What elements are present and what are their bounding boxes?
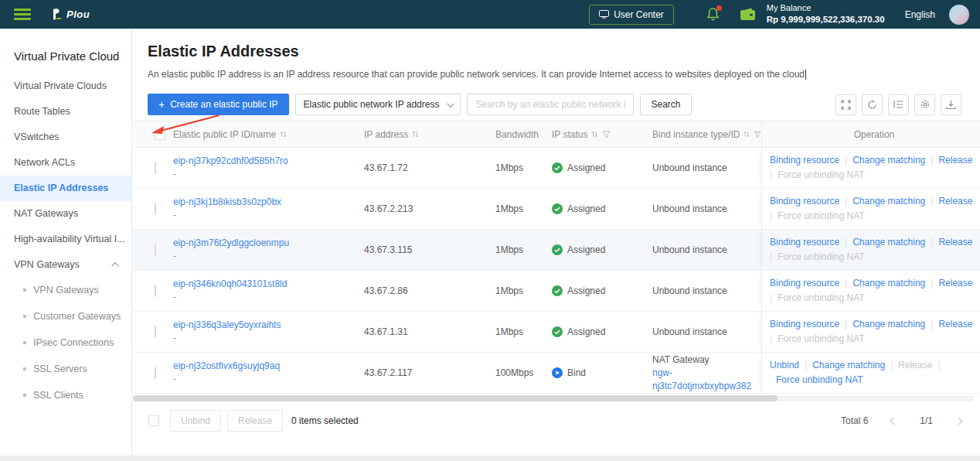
search-button[interactable]: Search (640, 94, 691, 115)
col-header-ip: IP address (364, 129, 408, 140)
op-force-unbinding-nat[interactable]: Force unbinding NAT (776, 374, 863, 385)
eip-id-link[interactable]: eip-nj336q3aley5oyxraihts (173, 319, 281, 330)
bind-instance-type: NAT Gateway (652, 353, 761, 367)
op-release[interactable]: Release (938, 319, 972, 330)
op-change-matching[interactable]: Change matching (812, 360, 885, 371)
bullet-icon (23, 289, 26, 292)
main-content: Elastic IP Addresses An elastic public I… (133, 29, 980, 456)
op-release[interactable]: Release (938, 278, 972, 289)
operation-cell: Unbind|Change matching|Release| Force un… (761, 353, 980, 393)
operation-cell: Binding resource|Change matching|Release… (761, 230, 980, 270)
eip-table: Elastic public IP ID/name IP address Ban… (133, 121, 980, 394)
horizontal-scrollbar-thumb[interactable] (133, 395, 778, 401)
language-selector[interactable]: English (905, 9, 935, 20)
avatar[interactable] (949, 5, 969, 25)
sidebar-subitem-customer-gateways[interactable]: Customer Gateways (0, 303, 131, 330)
hamburger-menu-icon[interactable] (14, 9, 31, 20)
row-checkbox[interactable] (155, 285, 156, 297)
row-checkbox[interactable] (155, 326, 156, 338)
eip-id-link[interactable]: eip-nj3m76t2ydlggcloenmpu (173, 237, 289, 248)
columns-list-icon (893, 100, 903, 109)
assigned-status-icon (552, 244, 563, 255)
op-change-matching[interactable]: Change matching (852, 319, 925, 330)
sort-icon[interactable] (744, 130, 750, 138)
select-all-checkbox[interactable] (155, 129, 165, 140)
sidebar-item-ha-virtual-ip[interactable]: High-availability Virtual I... (0, 227, 131, 252)
sort-icon[interactable] (412, 130, 419, 138)
op-change-matching[interactable]: Change matching (852, 196, 925, 207)
sidebar-subitem-label: Customer Gateways (33, 311, 121, 322)
ip-address: 43.67.3.115 (358, 244, 489, 257)
sort-icon[interactable] (591, 130, 598, 138)
notification-badge (716, 5, 722, 11)
bind-instance-id-link[interactable]: ngw-nj3tc7dotjmxbxybpw382 (652, 367, 751, 391)
logo-text: Plou (66, 9, 90, 20)
filter-icon[interactable] (602, 131, 611, 138)
settings-button[interactable] (914, 94, 935, 115)
balance-value: Rp 9,999,999,522,336,370.30 (767, 14, 885, 25)
row-checkbox[interactable] (155, 244, 156, 256)
search-input[interactable] (467, 94, 634, 115)
op-release[interactable]: Release (938, 237, 972, 248)
wallet-icon[interactable] (740, 8, 756, 21)
op-binding-resource[interactable]: Binding resource (770, 319, 839, 330)
eip-id-link[interactable]: eip-nj37kp92cdhf0d585h7ro (173, 155, 288, 166)
horizontal-scrollbar (133, 395, 975, 401)
sidebar-group-vpn-gateways[interactable]: VPN Gateways (0, 252, 131, 277)
row-checkbox[interactable] (155, 203, 156, 215)
plus-icon: + (158, 98, 165, 111)
user-center-button[interactable]: User Center (589, 5, 674, 25)
sidebar-item-vswitches[interactable]: VSwitches (0, 125, 131, 150)
row-checkbox[interactable] (155, 162, 156, 174)
assigned-status-icon (552, 203, 563, 214)
op-binding-resource[interactable]: Binding resource (770, 237, 839, 248)
sidebar-subitem-ssl-clients[interactable]: SSL Clients (0, 382, 131, 408)
fullscreen-button[interactable] (835, 94, 856, 115)
op-change-matching[interactable]: Change matching (852, 278, 925, 289)
operation-cell: Binding resource|Change matching|Release… (761, 148, 980, 188)
sidebar-item-nat-gateways[interactable]: NAT Gateways (0, 201, 131, 227)
row-checkbox[interactable] (155, 367, 156, 379)
eip-id-link[interactable]: eip-nj32ostfivx6gsuyjq9aq (173, 360, 280, 371)
filter-icon[interactable] (754, 131, 761, 138)
eip-id-link[interactable]: eip-nj346kn0qh043101st8ld (173, 278, 287, 289)
footer-select-all-checkbox[interactable] (148, 415, 159, 426)
op-release: Release (898, 360, 932, 371)
next-page-icon[interactable] (955, 417, 963, 425)
sidebar-subitem-vpn-gateways[interactable]: VPN Gateways (0, 277, 131, 303)
op-binding-resource[interactable]: Binding resource (770, 278, 839, 289)
sidebar-item-virtual-private-clouds[interactable]: Virtual Private Clouds (0, 73, 131, 99)
sidebar-item-elastic-ip-addresses[interactable]: Elastic IP Addresses (0, 176, 131, 201)
eip-name: - (173, 251, 176, 261)
search-type-dropdown[interactable]: Elastic public network IP address (295, 94, 461, 115)
op-release[interactable]: Release (938, 155, 972, 166)
op-binding-resource[interactable]: Binding resource (770, 196, 839, 207)
col-header-bandwidth: Bandwidth (495, 129, 539, 140)
eip-name: - (173, 169, 176, 179)
sidebar-item-route-tables[interactable]: Route Tables (0, 99, 131, 125)
notifications-bell-icon[interactable] (706, 8, 720, 22)
op-binding-resource[interactable]: Binding resource (770, 155, 839, 166)
logo[interactable]: Plou (49, 8, 90, 22)
export-button[interactable] (941, 94, 961, 115)
op-change-matching[interactable]: Change matching (852, 237, 925, 248)
op-force-unbinding-nat: Force unbinding NAT (778, 251, 865, 262)
sort-icon[interactable] (280, 130, 287, 138)
custom-columns-button[interactable] (888, 94, 909, 115)
prev-page-icon[interactable] (890, 417, 898, 425)
op-change-matching[interactable]: Change matching (852, 155, 925, 166)
bottom-strip (0, 456, 980, 461)
balance-label: My Balance (767, 3, 885, 14)
sidebar-subitem-ssl-servers[interactable]: SSL Servers (0, 356, 131, 382)
op-force-unbinding-nat: Force unbinding NAT (778, 333, 865, 344)
bandwidth: 1Mbps (489, 326, 546, 339)
logo-icon (49, 8, 63, 22)
eip-id-link[interactable]: eip-nj3kj1b8ikisb3s0zp0bx (173, 196, 281, 207)
sidebar-item-network-acls[interactable]: Network ACLs (0, 150, 131, 176)
refresh-button[interactable] (862, 94, 883, 115)
op-release[interactable]: Release (938, 196, 972, 207)
create-eip-button[interactable]: + Create an elastic public IP (148, 94, 289, 115)
sidebar-subitem-ipsec-connections[interactable]: IPsec Connections (0, 330, 131, 356)
op-unbind[interactable]: Unbind (770, 360, 799, 371)
sidebar-subitem-label: VPN Gateways (33, 285, 99, 295)
